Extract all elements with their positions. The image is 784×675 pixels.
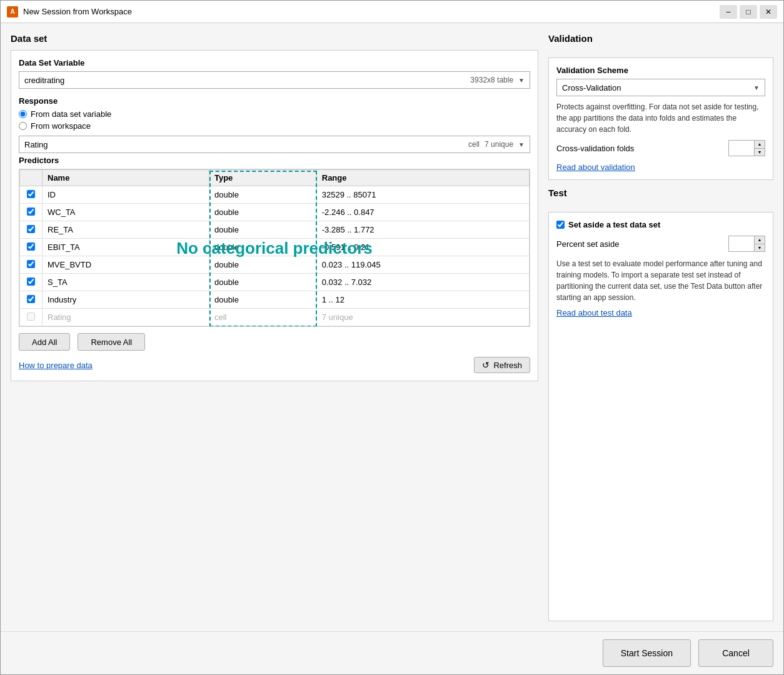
table-row: Ratingcell7 unique [20, 309, 530, 326]
row-checkbox[interactable] [27, 278, 35, 286]
row-type-cell: double [209, 239, 316, 256]
row-range-cell: -3.285 .. 1.772 [316, 221, 529, 239]
row-name-cell: MVE_BVTD [43, 256, 209, 274]
refresh-label: Refresh [493, 361, 522, 370]
dataset-panel: Data Set Variable creditrating 3932x8 ta… [11, 50, 538, 381]
add-all-button[interactable]: Add All [19, 333, 70, 351]
table-header-row: Name Type Range [20, 170, 530, 186]
validation-description: Protects against overfitting. For data n… [556, 101, 765, 135]
row-checkbox[interactable] [27, 295, 35, 303]
test-aside-label: Set aside a test data set [568, 220, 660, 229]
percent-input[interactable]: 15 [729, 236, 754, 251]
row-checkbox[interactable] [27, 225, 35, 233]
row-checkbox[interactable] [27, 190, 35, 198]
row-checkbox-cell[interactable] [20, 186, 43, 204]
row-range-cell: 1 .. 12 [316, 291, 529, 309]
percent-down-arrow[interactable]: ▾ [755, 244, 765, 252]
percent-up-arrow[interactable]: ▴ [755, 236, 765, 244]
table-row: MVE_BVTDdouble0.023 .. 119.045 [20, 256, 530, 274]
test-description: Use a test set to evaluate model perform… [556, 258, 765, 303]
folds-spinner-arrows: ▴ ▾ [754, 141, 765, 156]
window-title: New Session from Workspace [23, 7, 720, 16]
row-checkbox-cell[interactable] [20, 309, 43, 326]
start-session-button[interactable]: Start Session [603, 639, 691, 667]
row-range-cell: 0.023 .. 119.045 [316, 256, 529, 274]
main-content: Data set Data Set Variable creditrating … [1, 23, 783, 631]
row-checkbox[interactable] [27, 208, 35, 216]
row-type-cell: double [209, 204, 316, 221]
row-range-cell: 7 unique [316, 309, 529, 326]
folds-up-arrow[interactable]: ▴ [755, 141, 765, 149]
row-checkbox[interactable] [27, 260, 35, 268]
app-icon: A [7, 6, 18, 18]
folds-spinner[interactable]: 5 ▴ ▾ [728, 140, 765, 156]
response-unique: 7 unique [485, 140, 513, 149]
row-name-cell: ID [43, 186, 209, 204]
row-name-cell: S_TA [43, 274, 209, 291]
row-checkbox-cell[interactable] [20, 274, 43, 291]
dataset-variable-meta: 3932x8 table [470, 76, 513, 84]
radio-from-dataset-input[interactable] [19, 110, 27, 118]
test-aside-checkbox[interactable] [556, 221, 565, 229]
validation-scheme-dropdown[interactable]: Cross-Validation ▼ [556, 79, 765, 96]
folds-label: Cross-validation folds [556, 144, 723, 153]
row-type-cell: double [209, 221, 316, 239]
col-type: Type [209, 170, 316, 186]
radio-from-dataset[interactable]: From data set variable [19, 109, 530, 119]
dataset-variable-label: Data Set Variable [19, 58, 530, 68]
row-type-cell: double [209, 291, 316, 309]
col-check [20, 170, 43, 186]
percent-label: Percent set aside [556, 239, 723, 249]
validation-box: Validation Scheme Cross-Validation ▼ Pro… [548, 58, 773, 180]
radio-from-workspace[interactable]: From workspace [19, 121, 530, 131]
table-row: RE_TAdouble-3.285 .. 1.772 [20, 221, 530, 239]
left-panel: Data set Data Set Variable creditrating … [11, 33, 538, 621]
row-type-cell: cell [209, 309, 316, 326]
row-checkbox-cell[interactable] [20, 239, 43, 256]
row-name-cell: Industry [43, 291, 209, 309]
folds-down-arrow[interactable]: ▾ [755, 149, 765, 156]
refresh-button[interactable]: ↺ Refresh [474, 357, 530, 373]
validation-section-title: Validation [548, 33, 773, 44]
read-about-validation-link[interactable]: Read about validation [556, 162, 765, 172]
table-row: S_TAdouble0.032 .. 7.032 [20, 274, 530, 291]
folds-input[interactable]: 5 [729, 141, 754, 156]
table-row: WC_TAdouble-2.246 .. 0.847 [20, 204, 530, 221]
close-button[interactable]: ✕ [760, 5, 777, 19]
response-meta: cell [468, 140, 480, 149]
row-checkbox-cell[interactable] [20, 256, 43, 274]
dataset-variable-value: creditrating [24, 76, 470, 85]
chevron-down-icon: ▼ [518, 77, 525, 84]
percent-spinner-arrows: ▴ ▾ [754, 236, 765, 251]
window-controls: – □ ✕ [720, 5, 777, 19]
col-range: Range [316, 170, 529, 186]
dataset-section-title: Data set [11, 33, 538, 44]
radio-from-workspace-input[interactable] [19, 122, 27, 130]
percent-spinner[interactable]: 15 ▴ ▾ [728, 236, 765, 252]
col-name: Name [43, 170, 209, 186]
right-panel: Validation Validation Scheme Cross-Valid… [548, 33, 773, 621]
row-name-cell: EBIT_TA [43, 239, 209, 256]
row-checkbox-cell[interactable] [20, 221, 43, 239]
footer-buttons: Start Session Cancel [1, 631, 783, 674]
how-to-prepare-link[interactable]: How to prepare data [19, 361, 93, 370]
validation-scheme-label: Validation Scheme [556, 66, 765, 75]
remove-all-button[interactable]: Remove All [78, 333, 145, 351]
radio-from-dataset-label: From data set variable [31, 109, 111, 119]
row-checkbox[interactable] [27, 242, 35, 251]
dataset-variable-dropdown[interactable]: creditrating 3932x8 table ▼ [19, 71, 530, 89]
bottom-links: How to prepare data ↺ Refresh [19, 357, 530, 373]
row-range-cell: -0.591 .. 0.21 [316, 239, 529, 256]
row-checkbox-cell[interactable] [20, 204, 43, 221]
response-dropdown[interactable]: Rating cell 7 unique ▼ [19, 136, 530, 153]
row-checkbox-cell[interactable] [20, 291, 43, 309]
row-checkbox[interactable] [27, 312, 35, 321]
test-aside-checkbox-label[interactable]: Set aside a test data set [556, 220, 765, 229]
minimize-button[interactable]: – [720, 5, 737, 19]
table-row: IDdouble32529 .. 85071 [20, 186, 530, 204]
read-about-test-link[interactable]: Read about test data [556, 308, 765, 318]
maximize-button[interactable]: □ [740, 5, 757, 19]
response-label: Response [19, 96, 530, 106]
table-row: Industrydouble1 .. 12 [20, 291, 530, 309]
cancel-button[interactable]: Cancel [698, 639, 773, 667]
